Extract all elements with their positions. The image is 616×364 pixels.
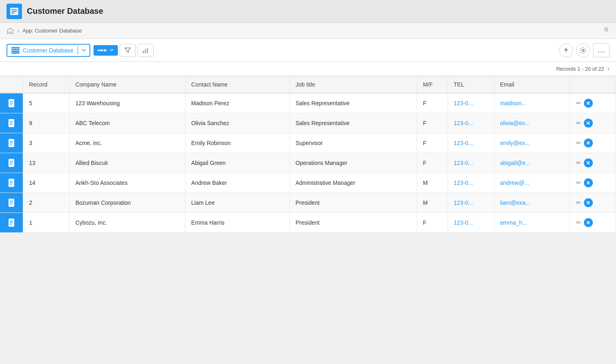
cell-tel[interactable]: 123-0... — [448, 213, 494, 233]
cell-record: 13 — [23, 153, 70, 173]
delete-button[interactable]: ✕ — [584, 119, 593, 128]
cell-actions: ✏✕ — [569, 153, 616, 173]
cell-tel[interactable]: 123-0... — [448, 93, 494, 113]
cell-job: Operations Manager — [289, 153, 417, 173]
cell-job: Administrative Manager — [289, 173, 417, 193]
row-icon-cell[interactable] — [0, 153, 23, 173]
cell-email[interactable]: andrew@... — [494, 173, 569, 193]
cell-actions: ✏✕ — [569, 213, 616, 233]
cell-email[interactable]: olivia@ex... — [494, 113, 569, 133]
cell-email[interactable]: emma_h... — [494, 213, 569, 233]
view-name: Customer Database — [23, 47, 74, 54]
cell-tel[interactable]: 123-0... — [448, 153, 494, 173]
svg-rect-15 — [145, 49, 146, 53]
edit-button[interactable]: ✏ — [576, 179, 581, 186]
svg-point-17 — [582, 49, 584, 51]
cell-company: Allied Biscuit — [70, 153, 185, 173]
add-button[interactable]: + — [559, 43, 573, 57]
row-icon-cell[interactable] — [0, 173, 23, 193]
home-icon[interactable] — [7, 27, 14, 35]
cell-company: 123 Warehousing — [70, 93, 185, 113]
cell-company: Bozuman Corporation — [70, 193, 185, 213]
col-header-mf: M/F — [417, 76, 448, 93]
cell-record: 14 — [23, 173, 70, 193]
edit-button[interactable]: ✏ — [576, 119, 581, 127]
col-header-tel: TEL — [448, 76, 494, 93]
cell-email[interactable]: emily@ex... — [494, 133, 569, 153]
view-selector[interactable]: Customer Database — [7, 44, 90, 57]
cell-mf: M — [417, 193, 448, 213]
cell-tel[interactable]: 123-0... — [448, 173, 494, 193]
records-info: Records 1 - 20 of 22 — [556, 66, 604, 72]
table-row: 5123 WarehousingMadison PerezSales Repre… — [0, 93, 616, 113]
cell-email[interactable]: abigail@e... — [494, 153, 569, 173]
delete-button[interactable]: ✕ — [584, 139, 593, 147]
table-area: Records 1 - 20 of 22 › Record Company Na… — [0, 62, 616, 233]
svg-rect-16 — [147, 48, 148, 53]
delete-button[interactable]: ✕ — [584, 99, 593, 108]
cell-contact: Liam Lee — [185, 193, 289, 213]
col-header-record: Record — [23, 76, 70, 93]
row-icon-cell[interactable] — [0, 113, 23, 133]
breadcrumb-text: App: Customer Database — [22, 28, 82, 34]
row-icon-cell[interactable] — [0, 133, 23, 153]
delete-button[interactable]: ✕ — [584, 198, 593, 207]
cell-job: President — [289, 193, 417, 213]
svg-point-11 — [98, 50, 99, 51]
view-dropdown-button[interactable] — [78, 46, 89, 54]
cell-contact: Emily Robinson — [185, 133, 289, 153]
edit-button[interactable]: ✏ — [576, 100, 581, 107]
table-row: 2Bozuman CorporationLiam LeePresidentM12… — [0, 193, 616, 213]
col-header-job: Job title — [289, 76, 417, 93]
cell-tel[interactable]: 123-0... — [448, 193, 494, 213]
delete-button[interactable]: ✕ — [584, 158, 593, 167]
cell-job: Sales Representative — [289, 113, 417, 133]
next-page-button[interactable]: › — [607, 65, 609, 72]
toolbar-right: + ... — [559, 43, 609, 57]
cell-email[interactable]: liam@exa... — [494, 193, 569, 213]
cell-tel[interactable]: 123-0... — [448, 133, 494, 153]
cell-contact: Emma Harris — [185, 213, 289, 233]
cell-mf: F — [417, 133, 448, 153]
cell-mf: M — [417, 173, 448, 193]
cell-contact: Madison Perez — [185, 93, 289, 113]
table-row: 14Ankh-Sto AssociatesAndrew BakerAdminis… — [0, 173, 616, 193]
cell-job: Supervisor — [289, 133, 417, 153]
workflow-button[interactable] — [94, 45, 118, 56]
cell-mf: F — [417, 153, 448, 173]
svg-rect-3 — [11, 13, 15, 13]
row-icon-cell[interactable] — [0, 193, 23, 213]
edit-button[interactable]: ✏ — [576, 219, 581, 226]
cell-job: Sales Representative — [289, 93, 417, 113]
toolbar: Customer Database + — [0, 39, 616, 62]
cell-record: 9 — [23, 113, 70, 133]
edit-button[interactable]: ✏ — [576, 159, 581, 167]
cell-tel[interactable]: 123-0... — [448, 113, 494, 133]
edit-button[interactable]: ✏ — [576, 199, 581, 206]
delete-button[interactable]: ✕ — [584, 178, 593, 187]
row-icon-cell[interactable] — [0, 93, 23, 113]
settings-button[interactable] — [576, 43, 590, 57]
cell-email[interactable]: madison... — [494, 93, 569, 113]
col-header-email: Email — [494, 76, 569, 93]
edit-button[interactable]: ✏ — [576, 139, 581, 147]
view-label-part[interactable]: Customer Database — [7, 45, 78, 56]
delete-button[interactable]: ✕ — [584, 218, 593, 227]
cell-company: ABC Telecom — [70, 113, 185, 133]
pin-icon[interactable] — [603, 26, 609, 35]
svg-rect-2 — [11, 11, 17, 12]
table-header-row: Record Company Name Contact Name Job tit… — [0, 76, 616, 93]
col-header-actions — [569, 76, 616, 93]
cell-contact: Olivia Sanchez — [185, 113, 289, 133]
cell-record: 1 — [23, 213, 70, 233]
row-icon-cell[interactable] — [0, 213, 23, 233]
svg-rect-1 — [11, 9, 17, 10]
table-row: 3Acme, inc.Emily RobinsonSupervisorF123-… — [0, 133, 616, 153]
table-row: 13Allied BiscuitAbigail GreenOperations … — [0, 153, 616, 173]
data-table: Record Company Name Contact Name Job tit… — [0, 76, 616, 233]
more-button[interactable]: ... — [593, 43, 609, 57]
chart-button[interactable] — [137, 44, 154, 57]
table-row: 9ABC TelecomOlivia SanchezSales Represen… — [0, 113, 616, 133]
cell-actions: ✏✕ — [569, 93, 616, 113]
filter-button[interactable] — [120, 44, 136, 57]
